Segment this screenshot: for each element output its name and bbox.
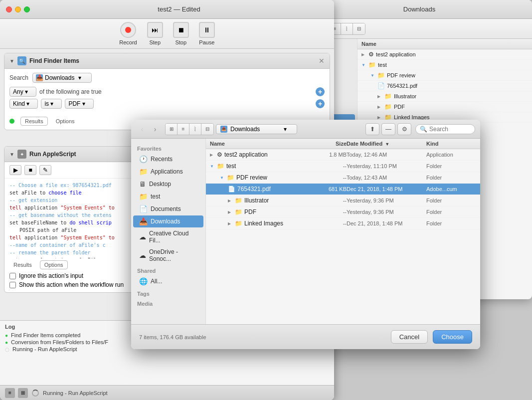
row-filename: PDF review [236,174,267,181]
row-date: Dec 21, 2018, 1:48 PM [347,220,426,226]
script-edit-button[interactable]: ✎ [39,165,51,175]
expand-icon: ▶ [377,94,382,99]
finder-gallery-view[interactable]: ⊟ [353,23,365,34]
finder-title: Downloads [313,5,526,13]
dialog-action-button[interactable]: ⚙ [397,123,411,135]
table-row[interactable]: ▼ 📁 PDF review [357,70,532,81]
dialog-search-input[interactable] [429,126,469,133]
log-entry-text: Conversion from Files/Folders to Files/F [11,339,108,345]
row-size: 1.8 MB [307,152,347,158]
dialog-search-field[interactable]: 🔍 [415,124,475,134]
table-row[interactable]: ▼ 📁 test -- Yesterday, 11:10 PM Folder [206,161,480,172]
stop-icon: ⏹ [173,22,189,38]
ignore-input-checkbox[interactable] [9,273,16,279]
dialog-back-button[interactable]: ‹ [136,124,148,135]
table-row[interactable]: ▼ 📁 PDF review -- Today, 12:43 AM Folder [206,172,480,184]
dialog-sidebar-desktop[interactable]: 🖥 Desktop [133,178,203,190]
find-action-title: Find Finder Items [29,57,316,64]
finder-column-view[interactable]: ⦚ [341,23,353,34]
statusbar-icons: ≡ ⊞ [5,388,28,398]
dialog-size-col: Size [307,141,347,147]
dialog-sidebar-all[interactable]: 🌐 All... [133,275,203,287]
dialog-arrange-button[interactable]: — [381,123,395,135]
dialog-list-header: Name Size Date Modified ▼ Kind [206,139,480,149]
pause-button[interactable]: ⏸ Pause [199,22,215,45]
automator-statusbar: ≡ ⊞ Running - Run AppleScript [0,385,334,400]
dialog-sidebar-test[interactable]: 📁 test [133,191,203,202]
kind-dropdown[interactable]: Kind ▾ [9,99,38,109]
statusbar-grid-icon[interactable]: ⊞ [18,388,28,398]
dialog-sidebar-downloads[interactable]: 📥 Downloads [133,215,203,227]
step-button[interactable]: ⏭ Step [147,22,163,45]
dialog-sidebar-onedrive[interactable]: ☁ OneDrive - Sonoc... [133,246,203,264]
pdf-dropdown[interactable]: PDF ▾ [65,99,93,109]
results-tab[interactable]: Results [20,117,48,126]
applescript-icon: ✦ [20,152,24,157]
dialog-gallery-view-button[interactable]: ⊟ [201,124,213,135]
add-criteria-button[interactable]: + [316,87,325,96]
dialog-sidebar-creative-cloud[interactable]: ☁ Creative Cloud Fil... [133,228,203,246]
add-kind-criteria-button[interactable]: + [316,99,325,108]
find-action-close-button[interactable]: ✕ [319,57,325,65]
table-row[interactable]: ▶ 📁 Illustrator -- Yesterday, 9:36 PM Fo… [206,195,480,206]
table-row[interactable]: ▶ 📁 PDF [357,102,532,112]
options-tab[interactable]: Options [52,117,79,125]
show-action-checkbox[interactable] [9,282,16,288]
row-date: Yesterday, 11:10 PM [347,163,426,169]
row-size: 681 KB [307,186,347,192]
automator-close-button[interactable] [6,6,12,12]
finder-name-col: Name [361,41,528,47]
applications-icon: 📁 [139,168,148,176]
script-stop-button[interactable]: ■ [24,165,36,175]
dialog-media-section: Media [131,298,205,308]
sidebar-documents-label: Documents [151,205,181,212]
location-value: Downloads [45,74,74,81]
row-date: Yesterday, 9:36 PM [347,209,426,215]
pdf-folder-icon: 📁 [384,103,392,110]
record-button[interactable]: Record [119,22,137,45]
table-row[interactable]: ▶ 📁 PDF -- Yesterday, 9:36 PM Folder [206,206,480,218]
location-dropdown[interactable]: 📥 Downloads ▾ [32,73,92,83]
script-run-button[interactable]: ▶ [9,165,21,175]
sidebar-test-label: test [151,193,160,200]
automator-minimize-button[interactable] [15,6,21,12]
sidebar-recents-label: Recents [151,156,173,163]
dialog-icon-view-button[interactable]: ⊞ [166,124,177,135]
dialog-sidebar-documents[interactable]: 📄 Documents [133,203,203,215]
script-expand-icon[interactable]: ▼ [9,152,14,157]
dialog-column-view-button[interactable]: ⦚ [189,124,201,135]
dialog-forward-button[interactable]: › [149,124,161,135]
script-results-tab[interactable]: Results [9,261,36,269]
automator-maximize-button[interactable] [24,6,30,12]
pdf-label: PDF [68,100,80,107]
stop-button[interactable]: ⏹ Stop [173,22,189,45]
is-dropdown[interactable]: is ▾ [41,99,62,109]
pdf-review-folder-icon: 📁 [227,174,234,181]
cancel-button[interactable]: Cancel [391,330,428,344]
linked-images-folder-icon: 📁 [235,220,242,227]
dialog-sidebar-recents[interactable]: 🕐 Recents [133,153,203,165]
file-chooser-dialog: ‹ › ⊞ ≡ ⦚ ⊟ 📥 Downloads ▾ ⬆ — ⚙ 🔍 Favori… [131,120,480,349]
automator-titlebar: test2 — Edited [0,0,334,19]
table-row[interactable]: ▶ 📁 Linked Images -- Dec 21, 2018, 1:48 … [206,218,480,229]
dialog-list-view-button[interactable]: ≡ [177,124,189,135]
statusbar-list-icon[interactable]: ≡ [5,388,15,398]
dialog-share-button[interactable]: ⬆ [365,123,379,135]
record-icon [120,22,136,38]
table-row[interactable]: ▶ 📁 Illustrator [357,91,532,102]
any-dropdown[interactable]: Any ▾ [9,87,36,97]
table-row[interactable]: ▶ ⚙ test2 application [357,49,532,60]
table-row[interactable]: ▶ ⚙ test2 application 1.8 MB Today, 12:4… [206,149,480,161]
script-options-tab[interactable]: Options [40,260,68,269]
table-row[interactable]: ▼ 📁 test [357,60,532,70]
row-kind: Folder [426,209,476,215]
dialog-location-dropdown[interactable]: 📥 Downloads ▾ [216,124,297,134]
dialog-sidebar-applications[interactable]: 📁 Applications [133,166,203,178]
choose-button[interactable]: Choose [433,330,472,344]
table-row[interactable]: 📄 7654321.pdf [357,81,532,91]
table-row[interactable]: 📄 7654321.pdf 681 KB Dec 21, 2018, 1:48 … [206,184,480,195]
expand-triangle-icon[interactable]: ▼ [9,58,14,63]
expand-icon: ▼ [361,63,366,67]
onedrive-icon: ☁ [139,251,146,259]
automator-traffic-lights [6,6,30,12]
